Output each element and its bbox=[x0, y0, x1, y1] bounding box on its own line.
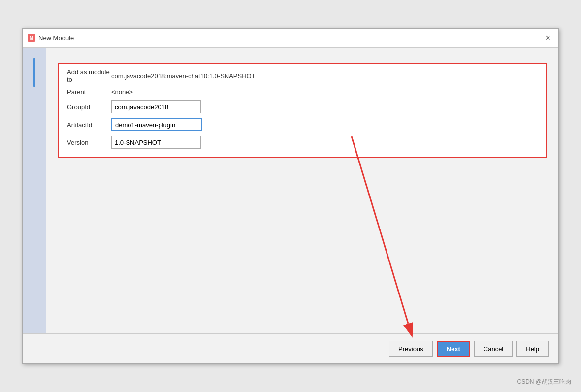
artifactid-input[interactable] bbox=[111, 118, 202, 131]
cancel-button[interactable]: Cancel bbox=[474, 341, 513, 357]
next-button[interactable]: Next bbox=[437, 341, 470, 357]
parent-field-row: Parent <none> bbox=[67, 88, 538, 96]
form-section: Add as module to com.javacode2018:maven-… bbox=[58, 63, 547, 158]
groupid-input-wrapper bbox=[111, 100, 538, 113]
version-input[interactable] bbox=[111, 136, 201, 149]
new-module-dialog: M New Module ✕ bbox=[22, 28, 559, 364]
close-button[interactable]: ✕ bbox=[543, 33, 553, 43]
dialog-sidebar bbox=[23, 48, 46, 333]
artifactid-input-wrapper bbox=[111, 118, 538, 131]
groupid-label: GroupId bbox=[67, 103, 111, 111]
version-input-wrapper bbox=[111, 136, 538, 149]
page-wrapper: M New Module ✕ bbox=[0, 0, 581, 392]
arrow-annotation bbox=[332, 136, 489, 343]
version-label: Version bbox=[67, 139, 111, 146]
add-as-module-field-row: Add as module to com.javacode2018:maven-… bbox=[67, 68, 538, 83]
help-button[interactable]: Help bbox=[516, 341, 549, 357]
parent-value: <none> bbox=[111, 88, 538, 96]
previous-button[interactable]: Previous bbox=[389, 341, 433, 357]
add-as-module-label: Add as module to bbox=[67, 68, 111, 83]
add-as-module-value: com.javacode2018:maven-chat10:1.0-SNAPSH… bbox=[111, 72, 538, 80]
version-field-row: Version bbox=[67, 136, 538, 149]
sidebar-marker bbox=[33, 58, 35, 87]
dialog-icon: M bbox=[28, 34, 35, 42]
dialog-title: New Module bbox=[38, 34, 74, 42]
dialog-footer: Previous Next Cancel Help bbox=[23, 333, 558, 363]
artifactid-label: ArtifactId bbox=[67, 121, 111, 129]
groupid-field-row: GroupId bbox=[67, 100, 538, 113]
dialog-body: Add as module to com.javacode2018:maven-… bbox=[23, 48, 558, 333]
groupid-input[interactable] bbox=[111, 100, 201, 113]
parent-label: Parent bbox=[67, 88, 111, 96]
watermark: CSDN @胡汉三吃肉 bbox=[517, 378, 571, 386]
dialog-titlebar: M New Module ✕ bbox=[23, 29, 558, 48]
dialog-content: Add as module to com.javacode2018:maven-… bbox=[46, 48, 558, 333]
title-left: M New Module bbox=[28, 34, 74, 42]
artifactid-field-row: ArtifactId bbox=[67, 118, 538, 131]
svg-line-1 bbox=[352, 136, 408, 324]
